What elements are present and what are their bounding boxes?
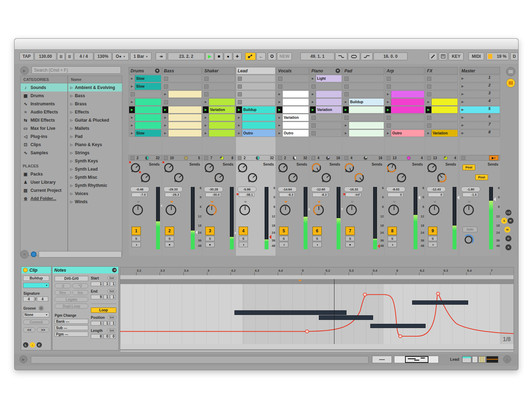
peak-level-field[interactable]: -8.02 [386,187,405,192]
scene-launch-icon[interactable]: ▶ [461,77,464,82]
metronome-button[interactable]: O●▼ [112,52,129,60]
clip-unnamed[interactable] [168,91,201,98]
sidebar-item-drums[interactable]: ▦Drums [21,92,67,100]
browser-folder-winds[interactable]: ▷Winds [68,198,122,206]
clip-play-button[interactable]: ▶ [277,99,283,105]
arm-button[interactable]: ◑ [428,242,437,247]
search-input[interactable] [32,66,121,74]
clip-play-button-playing[interactable]: ▶ [343,106,349,113]
mixer-section-toggle-x[interactable]: X [505,244,511,250]
clip-stop-button[interactable] [238,84,242,89]
computer-midi-keyboard-button[interactable] [439,52,447,60]
clip-stop-button[interactable] [311,116,316,120]
track-header-arp[interactable]: Arp [385,67,425,74]
pan-knob[interactable] [239,205,250,215]
tempo-percent-field[interactable]: 130% [94,52,112,60]
volume-field[interactable]: -30.0 [205,193,221,197]
scene-slot-8[interactable]: ▶8 [460,129,500,137]
arm-button[interactable]: ◑ [312,242,322,247]
expand-triangle-icon[interactable]: ▷ [70,127,73,130]
send-a-knob[interactable]: A [164,163,173,172]
clip-slot[interactable] [236,75,276,82]
track-header-piano[interactable]: Piano▼ [310,67,342,74]
quantize-menu[interactable]: 1 Bar▼ [130,52,151,60]
clip-play-button[interactable]: ▶ [236,114,242,121]
volume-field[interactable]: -8.3 [312,193,328,197]
clip-slot[interactable]: ▶Light [310,75,342,82]
clip-slot[interactable]: ▶Variation [203,106,235,113]
clip-slot[interactable]: ▶ [425,106,458,113]
browser-folder-strings[interactable]: ▷Strings [68,149,122,157]
clip-play-button[interactable]: ▶ [162,91,168,98]
signature-denominator-field[interactable]: 4 [37,297,48,301]
clip-unnamed[interactable] [242,122,275,129]
stop-button[interactable]: ■ [215,52,223,60]
pan-knob[interactable] [280,205,290,215]
send-a-knob[interactable]: A [345,163,354,172]
clip-slot[interactable]: ▶ [203,122,235,129]
clip-slot[interactable] [129,90,161,98]
peak-level-field[interactable]: -12.60 [311,187,330,192]
clip-outro[interactable]: Outro [391,130,424,137]
clip-slot[interactable]: ▶ [385,106,425,113]
pan-knob[interactable] [463,205,474,215]
peak-level-field[interactable]: -5.96 [237,187,256,192]
scene-launch-icon[interactable]: ▶ [461,100,464,105]
automation-breakpoint[interactable] [305,330,309,333]
pan-control[interactable] [388,202,400,216]
length-set-button[interactable]: Set [107,328,116,333]
pan-control[interactable] [463,202,475,216]
prev-clip-button[interactable]: << [23,327,35,332]
clip-play-button[interactable]: ▶ [129,99,135,105]
end-cell[interactable]: 9 [91,295,103,299]
clip-slot[interactable] [425,75,458,82]
browser-folder-synth-rhythmic[interactable]: ▷Synth Rhythmic [68,181,122,189]
clip-slot[interactable]: ▶ [343,129,384,137]
clip-play-button[interactable]: ▶ [277,122,283,129]
clip-unnamed[interactable] [432,99,458,105]
track-activator[interactable]: 5 [279,227,288,235]
volume-field[interactable]: 0 [428,193,444,197]
midi-note[interactable] [319,315,373,320]
mixer-section-toggle-m[interactable]: M [504,227,510,233]
expand-triangle-icon[interactable]: ▷ [70,192,73,195]
clip-slot[interactable]: ▶ [129,98,161,106]
clip-play-button[interactable]: ▶ [277,130,283,137]
clip-stop-button[interactable] [427,116,431,120]
pan-control[interactable] [166,202,178,216]
clip-play-button[interactable]: ▶ [277,114,283,121]
track-stop-button[interactable] [238,156,242,160]
solo-button[interactable]: S [388,236,397,241]
clip-play-button-playing[interactable]: ▶ [310,106,316,113]
clip-play-button[interactable]: ▶ [426,130,432,137]
clip-unnamed[interactable] [135,106,161,113]
expand-triangle-icon[interactable]: ▷ [70,159,73,163]
clip-slot[interactable] [310,122,342,129]
clip-slot[interactable]: ▶Variation [425,129,458,137]
clip-unnamed[interactable] [432,106,458,113]
clip-unnamed[interactable] [209,122,235,129]
arm-button[interactable]: ● [165,242,174,247]
clip-stop-button[interactable] [238,77,242,81]
pan-knob[interactable] [429,205,439,215]
expand-triangle-icon[interactable]: ▷ [70,86,73,89]
clip-unnamed[interactable] [283,122,309,129]
clip-slot[interactable]: ▶Outro [276,129,309,137]
browser-folder-voices[interactable]: ▷Voices [68,189,122,198]
send-b-knob[interactable]: B [355,173,364,182]
clip-play-button[interactable]: ▶ [129,114,135,121]
clip-play-button[interactable]: ▶ [203,114,209,121]
peak-level-field[interactable]: -1.80 [461,187,480,192]
peak-level-field[interactable]: -29.33 [164,187,183,192]
expand-triangle-icon[interactable]: ▷ [70,167,73,171]
clip-name-field[interactable]: Buildup [23,276,49,281]
scrub-area[interactable] [120,279,514,284]
clip-unnamed[interactable] [391,91,424,98]
browser-folder-brass[interactable]: ▷Brass [68,100,122,108]
volume-field[interactable]: -29.3 [165,193,181,197]
pan-control[interactable] [206,202,218,216]
send-b-knob[interactable]: B [397,173,406,182]
browser-folder-pad[interactable]: ▷Pad [68,132,122,140]
clip-slot[interactable]: ▶Buildup [343,98,384,106]
volume-field[interactable]: -38.1 [239,193,254,197]
